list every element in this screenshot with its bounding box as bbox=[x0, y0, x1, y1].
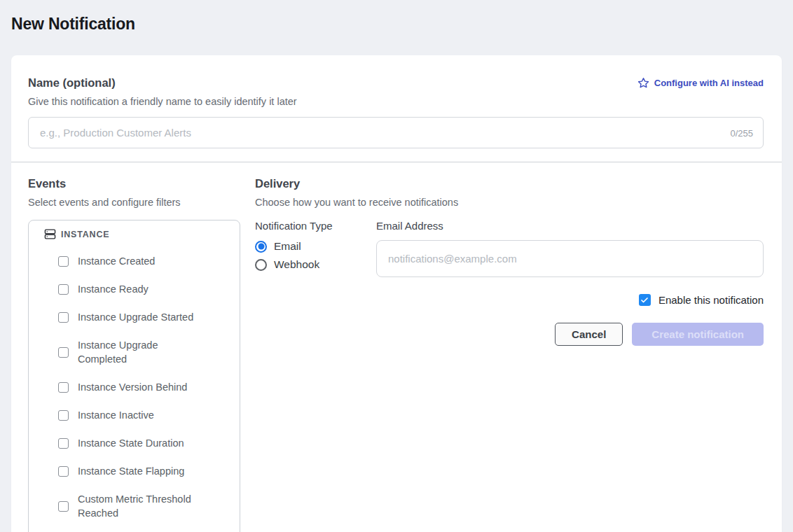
event-row: Instance Ready bbox=[58, 282, 233, 296]
delivery-heading: Delivery bbox=[255, 177, 764, 190]
events-description: Select events and configure filters bbox=[28, 197, 240, 208]
radio-email-label: Email bbox=[274, 240, 301, 253]
event-label: Instance Inactive bbox=[78, 408, 154, 422]
event-checkbox-instance-state-flapping[interactable] bbox=[58, 466, 69, 477]
new-notification-card: Name (optional) Configure with AI instea… bbox=[11, 55, 782, 532]
configure-with-ai-link[interactable]: Configure with AI instead bbox=[637, 77, 764, 89]
event-label: Custom Metric Threshold Reached bbox=[78, 492, 197, 520]
notification-type-label: Notification Type bbox=[255, 220, 376, 232]
event-label: Instance Upgrade Started bbox=[78, 310, 193, 324]
enable-checkbox[interactable] bbox=[639, 294, 651, 306]
radio-webhook-label: Webhook bbox=[274, 258, 319, 271]
name-description: Give this notification a friendly name t… bbox=[28, 96, 764, 107]
event-checkbox-instance-inactive[interactable] bbox=[58, 410, 69, 421]
event-label: Instance Version Behind bbox=[78, 380, 187, 394]
event-checkbox-instance-version-behind[interactable] bbox=[58, 382, 69, 393]
event-row: Instance Upgrade Completed bbox=[58, 338, 233, 366]
page-title: New Notification bbox=[11, 15, 793, 34]
event-checkbox-custom-metric-threshold[interactable] bbox=[58, 501, 69, 512]
radio-option-webhook[interactable]: Webhook bbox=[255, 258, 376, 271]
event-row: Instance Created bbox=[58, 254, 233, 268]
event-checkbox-instance-created[interactable] bbox=[58, 256, 69, 267]
events-heading: Events bbox=[28, 177, 240, 190]
event-label: Instance Ready bbox=[78, 282, 149, 296]
events-section: Events Select events and configure filte… bbox=[28, 177, 240, 532]
radio-webhook[interactable] bbox=[255, 259, 267, 271]
event-checkbox-instance-ready[interactable] bbox=[58, 284, 69, 295]
star-icon bbox=[637, 77, 649, 89]
radio-email[interactable] bbox=[255, 241, 267, 253]
configure-with-ai-label: Configure with AI instead bbox=[654, 78, 764, 88]
event-group-label: INSTANCE bbox=[61, 230, 109, 239]
events-list: INSTANCE Instance Created Instance Ready… bbox=[28, 220, 240, 532]
cancel-button[interactable]: Cancel bbox=[555, 323, 623, 346]
event-checkbox-instance-state-duration[interactable] bbox=[58, 438, 69, 449]
event-row: Instance Upgrade Started bbox=[58, 310, 233, 324]
event-row: Instance Version Behind bbox=[58, 380, 233, 394]
event-label: Instance State Flapping bbox=[78, 464, 184, 478]
email-address-label: Email Address bbox=[376, 220, 764, 232]
name-input[interactable] bbox=[28, 117, 764, 148]
enable-notification-row[interactable]: Enable this notification bbox=[255, 294, 764, 306]
event-label: Instance State Duration bbox=[78, 436, 184, 450]
event-row: Instance Inactive bbox=[58, 408, 233, 422]
email-input[interactable] bbox=[376, 240, 764, 277]
char-counter: 0/255 bbox=[730, 127, 753, 138]
create-notification-button[interactable]: Create notification bbox=[632, 323, 764, 346]
delivery-section: Delivery Choose how you want to receive … bbox=[255, 177, 764, 532]
delivery-description: Choose how you want to receive notificat… bbox=[255, 197, 764, 208]
server-icon bbox=[44, 228, 56, 240]
event-group-instance: INSTANCE bbox=[44, 228, 233, 240]
event-checkbox-instance-upgrade-started[interactable] bbox=[58, 312, 69, 323]
event-row: Instance State Duration bbox=[58, 436, 233, 450]
event-checkbox-instance-upgrade-completed[interactable] bbox=[58, 347, 69, 358]
event-label: Instance Created bbox=[78, 254, 155, 268]
name-heading: Name (optional) bbox=[28, 76, 116, 90]
event-row: Instance State Flapping bbox=[58, 464, 233, 478]
name-section: Name (optional) Configure with AI instea… bbox=[11, 55, 782, 162]
radio-option-email[interactable]: Email bbox=[255, 240, 376, 253]
enable-label: Enable this notification bbox=[658, 294, 764, 306]
event-label: Instance Upgrade Completed bbox=[78, 338, 190, 366]
event-row: Custom Metric Threshold Reached bbox=[58, 492, 233, 520]
